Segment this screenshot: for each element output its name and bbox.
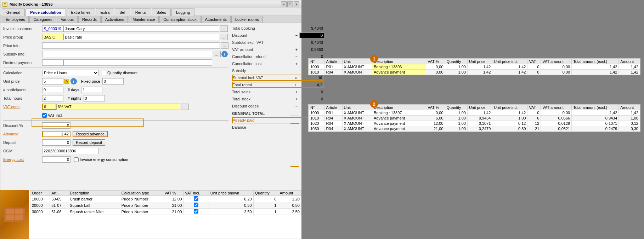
tab-employees[interactable]: Employees: [2, 16, 29, 23]
discount-row: Discount %: [3, 122, 228, 129]
general-total-sign: =: [294, 111, 299, 116]
window-title: Modify booking - 13896: [10, 2, 279, 6]
ogm-row: OGM: [3, 147, 228, 155]
subsidy-info-dots-btn[interactable]: ...: [213, 51, 221, 57]
table-row[interactable]: 10000 50-05 Crush barrier Price x Number…: [30, 196, 301, 202]
subtotal-incl-sign: =: [293, 76, 299, 80]
tab-categories[interactable]: Categories: [29, 16, 56, 23]
window-icon: [2, 2, 7, 7]
tab-attachments[interactable]: Attachments: [201, 16, 231, 23]
desired-payment-input1[interactable]: [42, 59, 63, 66]
col-description: Description: [68, 191, 120, 196]
tab-locker-rooms[interactable]: Locker rooms: [231, 16, 263, 23]
invoice-customer-name[interactable]: [63, 25, 219, 32]
subsidy-info-input[interactable]: [42, 51, 212, 57]
tab-sales[interactable]: Sales: [152, 8, 171, 16]
desired-payment-label: Desired payment: [3, 60, 42, 65]
energy-cost-row: Energy cost Invoice energy consumption: [3, 156, 228, 163]
tab-records[interactable]: Records: [78, 16, 101, 23]
vat-incl-checkbox[interactable]: [42, 113, 47, 118]
tab-consumption-stock[interactable]: Consumption stock: [159, 16, 200, 23]
cancel-refund-label: Cancellation refund: [232, 54, 294, 59]
nights-label: # nights: [68, 96, 81, 100]
deposit-row: Deposit Record deposit: [3, 139, 228, 146]
panel1-row: 1000 R01 X AMOUNT Booking : 13896 0,00 1…: [309, 64, 640, 70]
right-side: 1 N° Article Unit Description VAT % Quan…: [305, 0, 644, 239]
price-info-input[interactable]: [42, 42, 220, 49]
tab-various[interactable]: Various: [57, 16, 78, 23]
col-vat-incl: VAT incl.: [183, 191, 209, 196]
price-info-dots-btn[interactable]: ...: [221, 42, 228, 49]
ogm-input[interactable]: [42, 148, 99, 154]
unit-price-input[interactable]: [42, 78, 63, 84]
participants-label: # participants: [3, 88, 42, 92]
qty-discount-checkbox[interactable]: [102, 71, 106, 75]
advance-label[interactable]: Advance: [3, 132, 42, 136]
tab-extra[interactable]: Extra: [96, 8, 114, 16]
minimize-btn[interactable]: −: [281, 1, 287, 7]
discount-codes-sign: −: [294, 104, 299, 108]
calculation-row: Calculation Price x Hours Price x Number…: [3, 69, 228, 76]
discount-input[interactable]: [42, 122, 70, 129]
desired-payment-input2[interactable]: [63, 59, 212, 66]
col-qty: Quantity: [253, 191, 278, 196]
table-row[interactable]: 30000 51-06 Squash racket Nike Price x N…: [30, 209, 301, 215]
panel1: N° Article Unit Description VAT % Quanti…: [308, 58, 640, 75]
restore-btn[interactable]: □: [287, 1, 293, 7]
total-hours-label: Total hours: [3, 96, 42, 100]
hours-row: Total hours # nights: [3, 95, 228, 102]
vat-code-dots-btn[interactable]: ...: [181, 104, 189, 110]
unit-price-info-btn[interactable]: i: [70, 78, 77, 84]
col-order: Order: [30, 191, 50, 196]
invoice-customer-code[interactable]: [42, 25, 63, 32]
calculation-select[interactable]: Price x Hours Price x Number Fixed price: [42, 70, 99, 76]
invoice-customer-label: Invoice customer: [3, 27, 42, 31]
tab-general[interactable]: General: [2, 8, 25, 16]
bottom-table: Order Arti... Description Calculation ty…: [30, 190, 301, 215]
col-unit-price: Unit price shown: [209, 191, 253, 196]
tab-price-calculation[interactable]: Price calculation: [26, 8, 66, 16]
total-rental-label: Total rental: [233, 83, 293, 87]
col-article: Arti...: [50, 191, 68, 196]
vat-code-input[interactable]: [42, 104, 56, 110]
vat-code-desc[interactable]: [56, 104, 180, 110]
record-advance-btn[interactable]: Record advance: [73, 131, 108, 137]
cancel-refund-sign: −: [294, 54, 299, 59]
vat-amount-sign: +: [294, 47, 299, 52]
tab-extra-times[interactable]: Extra times: [67, 8, 95, 16]
energy-cost-label[interactable]: Energy cost: [3, 157, 42, 162]
subsidy-info-label: Subsidy info: [3, 52, 42, 56]
close-btn[interactable]: ×: [294, 1, 299, 7]
invoice-energy-checkbox[interactable]: [74, 157, 79, 162]
price-group-name[interactable]: [63, 34, 219, 40]
advance-input[interactable]: [42, 131, 70, 137]
tab-maintenance[interactable]: Maintenance: [129, 16, 159, 23]
fixed-price-input[interactable]: [102, 78, 124, 84]
deposit-label: Deposit: [3, 140, 42, 145]
vat-code-row: VAT code ...: [3, 103, 228, 110]
panel2: N° Article Unit Description VAT % Quanti…: [308, 104, 640, 132]
price-group-code[interactable]: [42, 34, 63, 40]
vat-incl-label: VAT incl.: [48, 113, 63, 117]
tab-rental[interactable]: Rental: [131, 8, 151, 16]
invoice-customer-dots-btn[interactable]: ...: [220, 25, 228, 32]
table-row[interactable]: 20000 51-07 Squash ball Price x Number 2…: [30, 202, 301, 209]
vat-code-label[interactable]: VAT code: [3, 105, 42, 109]
days-input[interactable]: [81, 87, 102, 93]
tab-logging[interactable]: Logging: [171, 8, 194, 16]
participants-input[interactable]: [42, 87, 63, 93]
record-deposit-btn[interactable]: Record deposit: [73, 139, 105, 146]
col-amount: Amount: [278, 191, 301, 196]
deposit-input[interactable]: [42, 139, 70, 146]
price-info-row: Price info ...: [3, 42, 228, 49]
tab-set[interactable]: Set: [115, 8, 130, 16]
tab-activations[interactable]: Activations: [101, 16, 128, 23]
main-window: Modify booking - 13896 − □ × General Pri…: [0, 0, 302, 239]
energy-cost-input[interactable]: [42, 156, 70, 163]
panel1-table: N° Article Unit Description VAT % Quanti…: [309, 59, 640, 75]
total-hours-input[interactable]: [42, 95, 63, 101]
unit-price-row: Unit price ⚠ i Fixed price: [3, 78, 228, 85]
nights-input[interactable]: [84, 95, 105, 101]
discount-total-label: Discount: [232, 33, 294, 37]
price-group-dots-btn[interactable]: ...: [220, 34, 228, 40]
